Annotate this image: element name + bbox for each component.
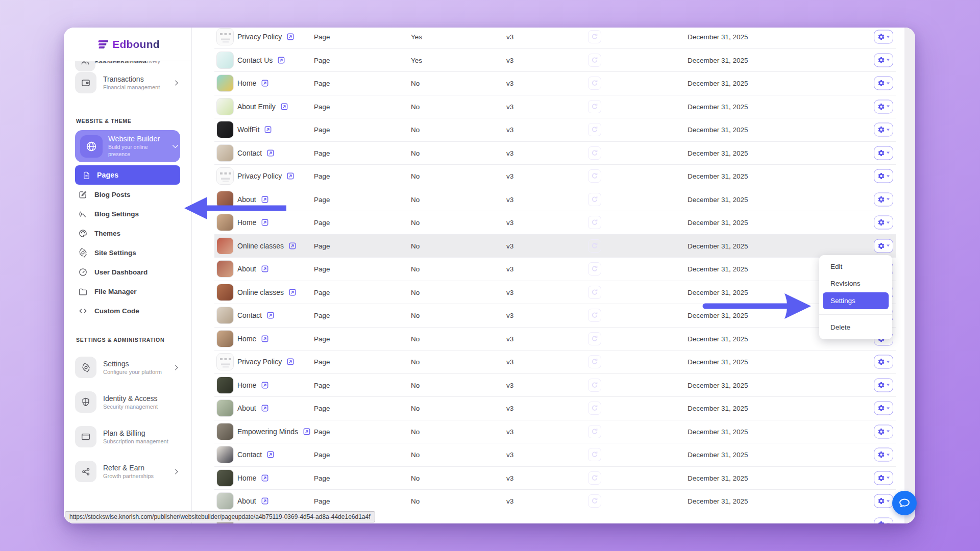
- sidebar-item-identity-access[interactable]: Identity & Access Security management: [75, 390, 180, 414]
- sidebar-item-plan-billing[interactable]: Plan & Billing Subscription management: [75, 424, 180, 449]
- row-actions-button[interactable]: [874, 123, 893, 137]
- row-actions-button[interactable]: [874, 30, 893, 44]
- sidebar-item-label: File Manager: [94, 288, 137, 295]
- table-row[interactable]: Privacy Policy Page No v3 December 31, 2…: [214, 350, 896, 374]
- gear-icon: [877, 219, 885, 227]
- external-link-icon[interactable]: [266, 311, 275, 319]
- external-link-icon[interactable]: [286, 358, 295, 366]
- menu-item-delete[interactable]: Delete: [819, 318, 892, 336]
- refresh-icon: [588, 30, 601, 43]
- sidebar-item-transactions[interactable]: Transactions Financial management: [75, 70, 180, 95]
- external-link-icon[interactable]: [261, 497, 269, 505]
- row-actions-button[interactable]: [874, 99, 893, 113]
- sidebar-item-blog-posts[interactable]: Blog Posts: [75, 185, 180, 204]
- row-actions-button[interactable]: [874, 517, 893, 523]
- table-row[interactable]: About Page No v3 December 31, 2025: [214, 188, 896, 212]
- sidebar-item-website-builder[interactable]: Website Builder Build your online presen…: [75, 130, 180, 162]
- menu-item-settings[interactable]: Settings: [823, 292, 889, 309]
- page-icon: [82, 171, 91, 180]
- table-row[interactable]: Contact Page No v3 December 31, 2025: [214, 142, 896, 165]
- sidebar-item-themes[interactable]: Themes: [75, 223, 180, 243]
- page-date: December 31, 2025: [688, 288, 748, 296]
- external-link-icon[interactable]: [288, 288, 297, 296]
- row-actions-button[interactable]: [874, 471, 893, 485]
- table-row[interactable]: Contact Page No v3 December 31, 2025: [214, 443, 896, 467]
- section-label-website-theme: WEBSITE & THEME: [76, 118, 180, 124]
- shield-icon: [75, 391, 96, 413]
- sidebar-item-user-dashboard[interactable]: User Dashboard: [75, 262, 180, 282]
- row-actions-button[interactable]: [874, 169, 893, 183]
- external-link-icon[interactable]: [264, 126, 272, 134]
- table-row[interactable]: Home Page No v3 December 31, 2025: [214, 374, 896, 397]
- table-row[interactable]: About Page No v3 December 31, 2025: [214, 490, 896, 513]
- row-actions-button[interactable]: [874, 239, 893, 253]
- table-row[interactable]: About Page No v3 December 31, 2025: [214, 258, 896, 281]
- table-row[interactable]: Contact Us Page Yes v3 December 31, 2025: [214, 49, 896, 72]
- sidebar-item-blog-settings[interactable]: Blog Settings: [75, 204, 180, 223]
- table-row[interactable]: Online classes Page No v3 December 31, 2…: [214, 281, 896, 305]
- table-row[interactable]: Home Page No v3 December 31, 2025: [214, 211, 896, 235]
- external-link-icon[interactable]: [266, 450, 275, 459]
- table-row[interactable]: Home Page No v3 December 31, 2025: [214, 467, 896, 490]
- external-link-icon[interactable]: [261, 381, 269, 389]
- external-link-icon[interactable]: [261, 195, 269, 204]
- sidebar-item-refer-earn[interactable]: Refer & Earn Growth partnerships: [75, 459, 180, 484]
- external-link-icon[interactable]: [288, 242, 297, 250]
- logo[interactable]: Edbound: [64, 28, 191, 61]
- table-row[interactable]: Home Page No v3 December 31, 2025: [214, 328, 896, 351]
- row-actions-button[interactable]: [874, 192, 893, 206]
- table-row[interactable]: WolfFit Page No v3 December 31, 2025: [214, 118, 896, 142]
- row-actions-button[interactable]: [874, 494, 893, 508]
- table-row[interactable]: Home Page No v3 December 31, 2025: [214, 72, 896, 95]
- page-type: Page: [314, 56, 330, 64]
- gear-icon: [877, 428, 885, 435]
- table-row[interactable]: Privacy Policy Page No v3 December 31, 2…: [214, 165, 896, 188]
- external-link-icon[interactable]: [261, 218, 269, 227]
- scrollbar-track[interactable]: [904, 28, 915, 523]
- external-link-icon[interactable]: [286, 172, 295, 180]
- page-name: Contact: [237, 311, 262, 319]
- sidebar-item-label: Blog Posts: [94, 191, 131, 198]
- external-link-icon[interactable]: [280, 103, 288, 111]
- page-published: No: [411, 358, 420, 366]
- sidebar-item-site-settings[interactable]: Site Settings: [75, 243, 180, 262]
- external-link-icon[interactable]: [261, 474, 269, 482]
- sidebar-item-file-manager[interactable]: File Manager: [75, 282, 180, 301]
- row-actions-button[interactable]: [874, 402, 893, 415]
- table-row[interactable]: About Page No v3 December 31, 2025: [214, 397, 896, 420]
- sidebar-item-settings[interactable]: Settings Configure your platform: [75, 355, 180, 380]
- sidebar-scroll[interactable]: Collaborate effectively BUSINESS OPERATI…: [64, 28, 191, 523]
- external-link-icon[interactable]: [261, 404, 269, 412]
- table-row[interactable]: Online classes Page No v3 December 31, 2…: [214, 235, 896, 258]
- row-actions-button[interactable]: [874, 77, 893, 90]
- sidebar-item-sublabel: Configure your platform: [103, 369, 166, 375]
- external-link-icon[interactable]: [261, 335, 269, 343]
- row-actions-button[interactable]: [874, 424, 893, 438]
- sidebar-item-pages[interactable]: Pages: [75, 165, 180, 185]
- external-link-icon[interactable]: [266, 149, 275, 157]
- row-actions-button[interactable]: [874, 355, 893, 369]
- row-actions-button[interactable]: [874, 53, 893, 67]
- external-link-icon[interactable]: [277, 56, 285, 64]
- menu-item-edit[interactable]: Edit: [819, 258, 892, 275]
- chat-bubble-button[interactable]: [892, 491, 917, 515]
- row-actions-button[interactable]: [874, 146, 893, 160]
- page-name: Online classes: [237, 288, 284, 296]
- row-actions-button[interactable]: [874, 448, 893, 462]
- external-link-icon[interactable]: [261, 79, 269, 87]
- table-row[interactable]: Contact Page No v3 December 31, 2025: [214, 304, 896, 328]
- gear-icon: [877, 451, 885, 459]
- external-link-icon[interactable]: [303, 428, 311, 436]
- refresh-icon: [588, 262, 601, 276]
- sidebar-item-custom-code[interactable]: Custom Code: [75, 301, 180, 320]
- table-row[interactable]: Privacy Policy Page Yes v3 December 31, …: [214, 28, 896, 49]
- table-row[interactable]: Empowering Minds Page No v3 December 31,…: [214, 420, 896, 444]
- external-link-icon[interactable]: [261, 265, 269, 273]
- page-name: Contact Us: [237, 56, 273, 64]
- table-row[interactable]: About Emily Page No v3 December 31, 2025: [214, 95, 896, 119]
- external-link-icon[interactable]: [286, 33, 295, 41]
- gear-icon: [877, 520, 885, 523]
- menu-item-revisions[interactable]: Revisions: [819, 275, 892, 292]
- row-actions-button[interactable]: [874, 216, 893, 230]
- row-actions-button[interactable]: [874, 378, 893, 392]
